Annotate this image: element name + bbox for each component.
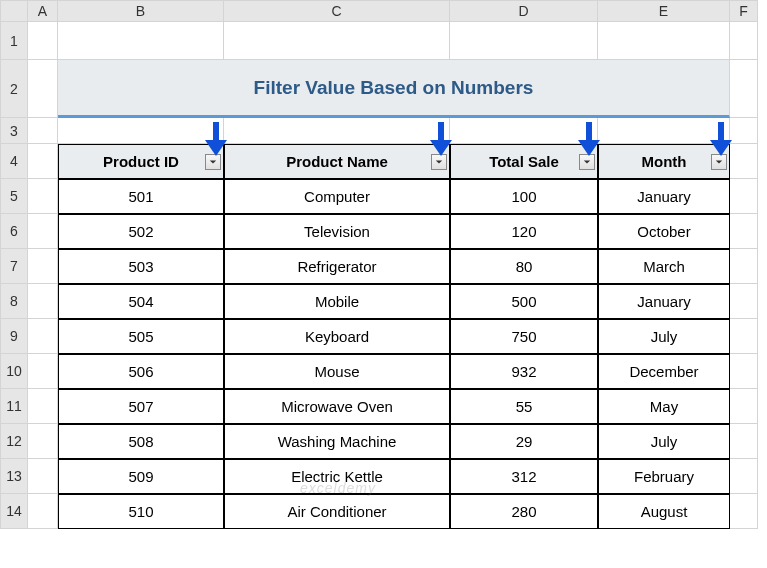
row-header-7[interactable]: 7 xyxy=(0,249,28,284)
cell[interactable] xyxy=(28,284,58,319)
cell[interactable] xyxy=(224,22,450,60)
cell[interactable] xyxy=(28,144,58,179)
cell[interactable] xyxy=(28,179,58,214)
cell[interactable] xyxy=(28,319,58,354)
data-cell[interactable]: 55 xyxy=(450,389,598,424)
cell[interactable] xyxy=(730,144,758,179)
filter-dropdown-icon[interactable] xyxy=(205,154,221,170)
col-header-d[interactable]: D xyxy=(450,0,598,22)
row-header-13[interactable]: 13 xyxy=(0,459,28,494)
data-cell[interactable]: 750 xyxy=(450,319,598,354)
data-cell[interactable]: Computer xyxy=(224,179,450,214)
row-header-10[interactable]: 10 xyxy=(0,354,28,389)
filter-dropdown-icon[interactable] xyxy=(579,154,595,170)
row-header-3[interactable]: 3 xyxy=(0,118,28,144)
data-cell[interactable]: Microwave Oven xyxy=(224,389,450,424)
data-cell[interactable]: Refrigerator xyxy=(224,249,450,284)
data-cell[interactable]: February xyxy=(598,459,730,494)
data-cell[interactable]: 509 xyxy=(58,459,224,494)
data-cell[interactable]: May xyxy=(598,389,730,424)
cell[interactable] xyxy=(28,459,58,494)
row-header-4[interactable]: 4 xyxy=(0,144,28,179)
data-cell[interactable]: 505 xyxy=(58,319,224,354)
cell[interactable] xyxy=(730,118,758,144)
row-header-8[interactable]: 8 xyxy=(0,284,28,319)
data-cell[interactable]: Washing Machine xyxy=(224,424,450,459)
col-header-b[interactable]: B xyxy=(58,0,224,22)
cell[interactable] xyxy=(730,494,758,529)
cell[interactable] xyxy=(28,354,58,389)
cell[interactable] xyxy=(450,22,598,60)
row-header-2[interactable]: 2 xyxy=(0,60,28,118)
data-cell[interactable]: 501 xyxy=(58,179,224,214)
data-cell[interactable]: 932 xyxy=(450,354,598,389)
cell[interactable] xyxy=(28,214,58,249)
data-cell[interactable]: 504 xyxy=(58,284,224,319)
cell[interactable] xyxy=(28,60,58,118)
header-product-id[interactable]: Product ID xyxy=(58,144,224,179)
data-cell[interactable]: 280 xyxy=(450,494,598,529)
cell[interactable] xyxy=(730,284,758,319)
row-header-11[interactable]: 11 xyxy=(0,389,28,424)
data-cell[interactable]: Air Conditioner xyxy=(224,494,450,529)
cell[interactable] xyxy=(730,354,758,389)
data-cell[interactable]: 506 xyxy=(58,354,224,389)
data-cell[interactable]: 508 xyxy=(58,424,224,459)
row-header-14[interactable]: 14 xyxy=(0,494,28,529)
data-cell[interactable]: Television xyxy=(224,214,450,249)
col-header-a[interactable]: A xyxy=(28,0,58,22)
cell[interactable] xyxy=(58,118,224,144)
filter-dropdown-icon[interactable] xyxy=(711,154,727,170)
data-cell[interactable]: July xyxy=(598,424,730,459)
col-header-e[interactable]: E xyxy=(598,0,730,22)
row-header-9[interactable]: 9 xyxy=(0,319,28,354)
cell[interactable] xyxy=(28,22,58,60)
data-cell[interactable]: 500 xyxy=(450,284,598,319)
cell[interactable] xyxy=(730,424,758,459)
data-cell[interactable]: Mobile xyxy=(224,284,450,319)
data-cell[interactable]: March xyxy=(598,249,730,284)
cell[interactable] xyxy=(28,118,58,144)
data-cell[interactable]: January xyxy=(598,179,730,214)
title-cell[interactable]: Filter Value Based on Numbers xyxy=(58,60,730,118)
cell[interactable] xyxy=(598,22,730,60)
cell[interactable] xyxy=(730,60,758,118)
cell[interactable] xyxy=(730,389,758,424)
header-product-name[interactable]: Product Name xyxy=(224,144,450,179)
row-header-12[interactable]: 12 xyxy=(0,424,28,459)
cell[interactable] xyxy=(28,249,58,284)
col-header-f[interactable]: F xyxy=(730,0,758,22)
data-cell[interactable]: 507 xyxy=(58,389,224,424)
cell[interactable] xyxy=(28,389,58,424)
data-cell[interactable]: Keyboard xyxy=(224,319,450,354)
cell[interactable] xyxy=(730,179,758,214)
data-cell[interactable]: 29 xyxy=(450,424,598,459)
data-cell[interactable]: Mouse xyxy=(224,354,450,389)
cell[interactable] xyxy=(450,118,598,144)
cell[interactable] xyxy=(730,319,758,354)
header-month[interactable]: Month xyxy=(598,144,730,179)
data-cell[interactable]: July xyxy=(598,319,730,354)
row-header-6[interactable]: 6 xyxy=(0,214,28,249)
data-cell[interactable]: 503 xyxy=(58,249,224,284)
cell[interactable] xyxy=(598,118,730,144)
data-cell[interactable]: August xyxy=(598,494,730,529)
data-cell[interactable]: 312 xyxy=(450,459,598,494)
row-header-1[interactable]: 1 xyxy=(0,22,28,60)
data-cell[interactable]: 502 xyxy=(58,214,224,249)
cell[interactable] xyxy=(730,214,758,249)
cell[interactable] xyxy=(58,22,224,60)
data-cell[interactable]: 120 xyxy=(450,214,598,249)
data-cell[interactable]: Electric Kettle xyxy=(224,459,450,494)
header-total-sale[interactable]: Total Sale xyxy=(450,144,598,179)
data-cell[interactable]: 80 xyxy=(450,249,598,284)
cell[interactable] xyxy=(730,22,758,60)
data-cell[interactable]: October xyxy=(598,214,730,249)
data-cell[interactable]: 510 xyxy=(58,494,224,529)
cell[interactable] xyxy=(730,459,758,494)
cell[interactable] xyxy=(28,494,58,529)
cell[interactable] xyxy=(224,118,450,144)
col-header-c[interactable]: C xyxy=(224,0,450,22)
row-header-5[interactable]: 5 xyxy=(0,179,28,214)
cell[interactable] xyxy=(28,424,58,459)
